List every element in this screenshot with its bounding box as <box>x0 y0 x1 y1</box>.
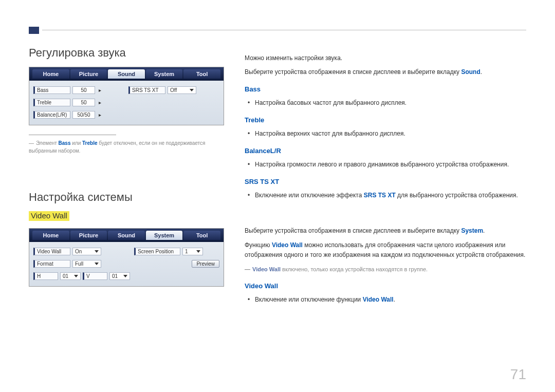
system-body: Video Wall On Format Full H 01 V 01 <box>29 242 224 286</box>
row-bass: Bass 50 ▸ <box>33 85 124 95</box>
video-wall-highlight: Video Wall <box>29 211 69 221</box>
chevron-down-icon <box>95 263 99 265</box>
sub-balance: BalanceL/R <box>245 146 526 157</box>
sound-intro-2: Выберите устройства отображения в списке… <box>245 67 526 77</box>
sub-treble: Treble <box>245 115 526 126</box>
system-tabs: Home Picture Sound System Tool <box>29 229 224 242</box>
sound-app-screenshot: Home Picture Sound System Tool Bass 50 ▸… <box>29 67 224 125</box>
header-accent <box>29 27 39 34</box>
row-screenpos: Screen Position 1 <box>134 246 219 256</box>
system-app-screenshot: Home Picture Sound System Tool Video Wal… <box>29 228 224 287</box>
li-bass: Настройка басовых частот для выбранного … <box>255 98 526 108</box>
chevron-down-icon <box>123 275 127 277</box>
sub-srs: SRS TS XT <box>245 177 526 188</box>
select-srs[interactable]: Off <box>168 86 196 94</box>
chevron-down-icon <box>95 250 99 253</box>
li-srs: Включение или отключение эффекта SRS TS … <box>255 191 526 200</box>
left-column: Регулировка звука Home Picture Sound Sys… <box>29 46 224 371</box>
row-balance: Balance(L/R) 50/50 ▸ <box>33 109 124 120</box>
tab-picture-2[interactable]: Picture <box>70 231 107 240</box>
system-note: ―Video Wall включено, только когда устро… <box>245 265 526 274</box>
label-format: Format <box>33 260 70 268</box>
sound-intro-1: Можно изменить настройки звука. <box>245 53 526 63</box>
system-p2: Функцию Video Wall можно использовать дл… <box>245 240 526 260</box>
label-treble: Treble <box>33 99 70 106</box>
row-treble: Treble 50 ▸ <box>33 97 124 107</box>
tab-system[interactable]: System <box>146 69 183 79</box>
page-number: 71 <box>510 366 526 383</box>
preview-button[interactable]: Preview <box>192 260 219 268</box>
label-bass: Bass <box>33 86 70 94</box>
label-h: H <box>33 272 58 280</box>
row-srs: SRS TS XT Off <box>128 85 219 95</box>
row-format: Format Full <box>33 258 130 269</box>
li-balance: Настройка громкости левого и правого дин… <box>255 160 526 170</box>
label-balance: Balance(L/R) <box>33 111 70 119</box>
section-title-system: Настройка системы <box>29 191 224 204</box>
tab-tool-2[interactable]: Tool <box>183 231 220 240</box>
sub-bass: Bass <box>245 84 526 95</box>
row-videowall: Video Wall On <box>33 246 130 256</box>
label-v: V <box>83 272 107 280</box>
select-v[interactable]: 01 <box>109 272 130 280</box>
tab-tool[interactable]: Tool <box>183 69 220 79</box>
select-h[interactable]: 01 <box>60 272 81 280</box>
system-intro: Выберите устройства отображения в списке… <box>245 226 526 236</box>
page-content: Регулировка звука Home Picture Sound Sys… <box>29 46 526 371</box>
row-preview: Preview <box>134 258 219 269</box>
tab-sound[interactable]: Sound <box>108 69 145 79</box>
chevron-down-icon <box>196 250 200 253</box>
tab-picture[interactable]: Picture <box>70 69 107 79</box>
footnote-sound: ―Элемент Bass или Treble будет отключен,… <box>29 139 224 155</box>
value-treble[interactable]: 50 <box>72 99 95 106</box>
row-hv: H 01 V 01 <box>33 271 130 281</box>
value-balance[interactable]: 50/50 <box>72 111 95 119</box>
sound-right-group: SRS TS XT Off <box>128 85 219 120</box>
label-videowall: Video Wall <box>33 248 70 255</box>
chevron-down-icon <box>74 275 78 277</box>
sound-tabs: Home Picture Sound System Tool <box>29 67 224 81</box>
system-right-group: Screen Position 1 Preview <box>134 246 219 281</box>
tab-home[interactable]: Home <box>32 69 69 79</box>
select-videowall[interactable]: On <box>72 248 101 255</box>
tab-home-2[interactable]: Home <box>32 231 69 240</box>
chevron-down-icon <box>190 89 194 91</box>
label-screenpos: Screen Position <box>134 248 180 255</box>
sound-left-group: Bass 50 ▸ Treble 50 ▸ Balance(L/R) 50/50… <box>33 85 124 120</box>
system-left-group: Video Wall On Format Full H 01 V 01 <box>33 246 130 281</box>
footnote-rule <box>29 135 116 135</box>
tab-sound-2[interactable]: Sound <box>108 231 145 240</box>
li-videowall: Включение или отключение функции Video W… <box>255 295 526 305</box>
li-treble: Настройка верхних частот для выбранного … <box>255 129 526 139</box>
label-srs: SRS TS XT <box>128 86 165 94</box>
right-column: Можно изменить настройки звука. Выберите… <box>245 46 526 371</box>
header-rule <box>42 30 526 30</box>
sub-videowall: Video Wall <box>245 281 526 292</box>
sound-body: Bass 50 ▸ Treble 50 ▸ Balance(L/R) 50/50… <box>29 81 224 125</box>
select-screenpos[interactable]: 1 <box>182 248 203 255</box>
select-format[interactable]: Full <box>72 260 101 268</box>
value-bass[interactable]: 50 <box>72 86 95 94</box>
tab-system-2[interactable]: System <box>146 231 183 240</box>
section-title-sound: Регулировка звука <box>29 46 224 60</box>
